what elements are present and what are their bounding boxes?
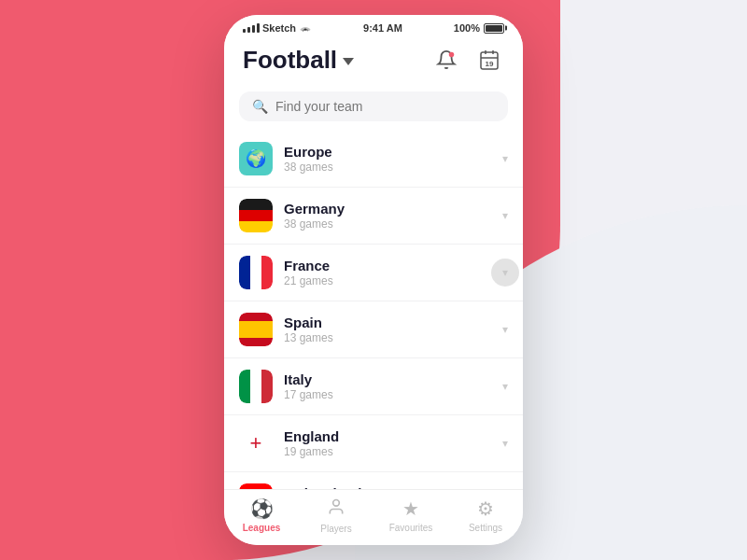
battery-icon [484,23,504,34]
wifi-icon [299,23,312,33]
bell-icon [436,49,457,70]
item-info-switzerland: Switzerland 6 games [284,485,502,489]
item-games: 19 games [284,445,502,458]
time-label: 9:41 AM [363,22,402,34]
chevron-right-icon: ▾ [502,437,508,450]
item-games: 21 games [284,274,502,287]
item-name: Spain [284,315,502,330]
flag-france [239,256,273,289]
flag-switzerland [239,483,273,489]
search-box[interactable]: 🔍 [239,91,508,121]
players-icon [327,497,345,521]
chevron-right-icon: ▾ [502,209,508,222]
item-info-france: France 21 games [284,258,502,287]
svg-point-0 [449,52,455,58]
item-games: 38 games [284,217,502,231]
list-item[interactable]: France 21 games ▾ [224,245,523,301]
leagues-list: 🌍 Europe 38 games ▾ Germany [224,131,523,489]
item-name: Italy [284,371,502,387]
status-left: Sketch [243,22,312,34]
svg-text:19: 19 [486,60,494,68]
item-info-europe: Europe 38 games [284,144,502,174]
header-title-group[interactable]: Football [243,46,354,75]
item-name: France [284,258,502,273]
nav-label-players: Players [320,524,351,534]
leagues-icon: ⚽ [250,497,274,520]
item-info-spain: Spain 13 games [284,315,502,344]
carrier-label: Sketch [262,22,296,34]
flag-england [239,427,273,460]
item-games: 38 games [284,161,502,174]
nav-item-players[interactable]: Players [299,497,374,534]
list-item[interactable]: 🌍 Europe 38 games ▾ [224,131,523,188]
bottom-nav: ⚽ Leagues Players ★ Favourites ⚙ Setting… [224,489,523,545]
app-header: Football 19 [224,37,523,86]
item-name: Europe [284,144,502,160]
notifications-button[interactable] [431,45,461,75]
flag-italy [239,370,273,403]
item-info-england: England 19 games [284,428,502,458]
list-item[interactable]: Italy 17 games ▾ [224,358,523,415]
item-info-italy: Italy 17 games [284,371,502,401]
phone-frame: Sketch 9:41 AM 100% Football [224,15,523,545]
search-container: 🔍 [224,86,523,131]
signal-icon [243,23,260,33]
search-icon: 🔍 [252,99,268,114]
item-name: Germany [284,201,502,217]
item-info-germany: Germany 38 games [284,201,502,231]
chevron-right-icon: ▾ [502,380,508,393]
app-title: Football [243,46,337,75]
nav-item-favourites[interactable]: ★ Favourites [374,497,448,534]
nav-label-settings: Settings [469,523,502,533]
list-item[interactable]: England 19 games ▾ [224,415,523,472]
nav-item-leagues[interactable]: ⚽ Leagues [224,497,299,534]
chevron-right-icon: ▾ [502,152,508,165]
nav-label-favourites: Favourites [389,523,433,533]
scroll-indicator [491,259,519,287]
list-item[interactable]: Germany 38 games ▾ [224,188,523,245]
search-input[interactable] [275,99,495,114]
calendar-button[interactable]: 19 [474,45,504,75]
nav-label-leagues: Leagues [243,523,281,533]
svg-point-6 [333,500,340,507]
status-bar: Sketch 9:41 AM 100% [224,15,523,37]
status-right: 100% [454,22,504,34]
battery-label: 100% [454,22,480,34]
list-item[interactable]: Spain 13 games ▾ [224,301,523,358]
calendar-icon: 19 [478,49,500,71]
list-item[interactable]: Switzerland 6 games ▾ [224,472,523,489]
favourites-icon: ★ [402,497,419,520]
chevron-down-icon[interactable] [343,58,354,65]
item-name: Switzerland [284,485,502,489]
header-icons: 19 [431,45,504,75]
item-name: England [284,428,502,444]
item-games: 13 games [284,331,502,344]
chevron-right-icon: ▾ [502,323,508,336]
item-games: 17 games [284,388,502,401]
flag-germany [239,199,273,232]
flag-spain [239,313,273,346]
nav-item-settings[interactable]: ⚙ Settings [448,497,523,534]
flag-europe: 🌍 [239,142,273,175]
settings-icon: ⚙ [477,497,494,520]
